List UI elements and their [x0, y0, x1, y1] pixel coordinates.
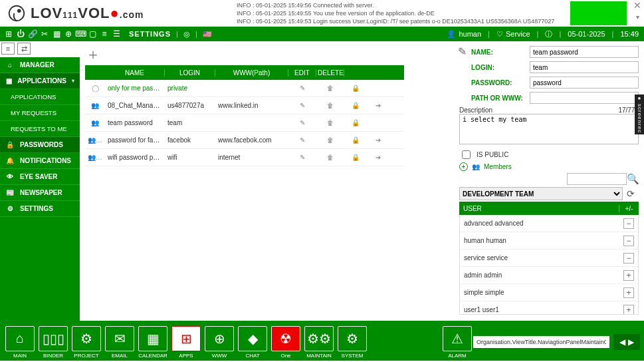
screenrec-tab[interactable]: ●screenrec — [635, 94, 644, 134]
bottom-item-www[interactable]: ⊕WWW — [203, 326, 235, 359]
row-lock-icon[interactable]: 🔒 — [344, 85, 367, 92]
table-row[interactable]: 👥08_Chat_Managementus4877027awww.linked.… — [85, 97, 404, 114]
row-lock-icon[interactable]: 🔒 — [344, 136, 367, 144]
tb-target-icon[interactable]: ◎ — [183, 30, 190, 39]
tb-calendar-icon[interactable]: ▦ — [51, 28, 62, 40]
user-badge[interactable]: 👤 human — [447, 30, 481, 39]
row-lock-icon[interactable]: 🔒 — [344, 102, 367, 109]
tb-www-icon[interactable]: ⊕ — [62, 28, 74, 40]
user-toggle-button[interactable]: + — [623, 270, 634, 281]
row-open-icon[interactable]: ➔ — [367, 154, 389, 161]
user-toggle-button[interactable]: + — [623, 287, 634, 298]
user-toggle-button[interactable]: + — [623, 305, 634, 315]
add-member-icon[interactable]: + — [459, 162, 468, 171]
sidebar-item[interactable]: 🔔NOTIFICATIONS — [0, 153, 80, 169]
tb-monitor-icon[interactable]: ▢ — [86, 28, 98, 40]
bottom-item-calendar[interactable]: ▦CALENDAR — [137, 326, 169, 359]
close-icon[interactable]: ✕▾ — [631, 0, 644, 27]
row-delete-icon[interactable]: 🗑 — [316, 136, 344, 144]
bottom-item-project[interactable]: ⚙PROJECT — [70, 326, 102, 359]
input-password[interactable] — [530, 77, 639, 89]
row-delete-icon[interactable]: 🗑 — [316, 102, 344, 109]
input-description[interactable]: i select my team — [459, 114, 639, 144]
col-edit[interactable]: EDIT — [288, 69, 316, 77]
tb-cut-icon[interactable]: ✂ — [39, 28, 51, 40]
tb-power-icon[interactable]: ⏻ — [15, 28, 27, 40]
bottom-item-maintain[interactable]: ⚙⚙MAINTAIN — [303, 326, 335, 359]
bottom-item-main[interactable]: ⌂MAIN — [4, 326, 36, 359]
bottom-item-icon: ⚙⚙ — [304, 326, 334, 351]
bottom-item-label: PROJECT — [74, 353, 98, 359]
bottom-item-binder[interactable]: ▯▯▯BINDER — [37, 326, 69, 359]
tb-chat-icon[interactable]: ⌨ — [74, 28, 86, 40]
info-icon[interactable]: ⓘ — [545, 29, 552, 39]
row-lock-icon[interactable]: 🔒 — [344, 119, 367, 126]
row-edit-icon[interactable]: ✎ — [288, 102, 316, 109]
sidebar-item[interactable]: 📰NEWSPAPER — [0, 185, 80, 201]
sidebar-item-icon: 📰 — [5, 189, 15, 196]
row-edit-icon[interactable]: ✎ — [288, 136, 316, 144]
tb-flag-icon[interactable]: 🇺🇸 — [203, 30, 212, 39]
tb-doc-icon[interactable]: ≡ — [98, 28, 110, 40]
members-search-input[interactable] — [567, 173, 627, 185]
bottom-alarm[interactable]: ⚠ ALARM — [441, 326, 473, 359]
row-open-icon[interactable]: ➔ — [367, 102, 389, 109]
sidebar-toggle-swap[interactable]: ⇄ — [17, 43, 31, 55]
edit-panel-icon[interactable]: ✎ — [458, 45, 467, 58]
bottom-item-one[interactable]: ☢One — [270, 326, 302, 359]
settings-label[interactable]: SETTINGS — [129, 30, 171, 38]
row-delete-icon[interactable]: 🗑 — [316, 154, 344, 161]
nav-arrows[interactable]: ◀ ▶ — [613, 334, 640, 350]
tb-grid-icon[interactable]: ⊞ — [3, 28, 15, 40]
members-search-icon[interactable]: 🔍 — [627, 173, 639, 185]
input-name[interactable] — [530, 46, 639, 58]
row-open-icon[interactable]: ➔ — [367, 136, 389, 144]
bottom-item-system[interactable]: ⚙SYSTEM — [336, 326, 368, 359]
table-row[interactable]: 👥 👁wifi password publicwifiinternet✎🗑🔒➔ — [85, 149, 404, 166]
sidebar-item[interactable]: 👁EYE SAVER — [0, 169, 80, 185]
tb-link-icon[interactable]: 🔗 — [27, 28, 39, 40]
row-edit-icon[interactable]: ✎ — [288, 85, 316, 92]
row-edit-icon[interactable]: ✎ — [288, 119, 316, 126]
sidebar-sub-item[interactable]: MY REQUESTS — [0, 105, 80, 121]
col-www[interactable]: WWW(Path) — [215, 69, 288, 77]
sidebar-item[interactable]: ▦APPLICATIONS▾ — [0, 73, 80, 89]
service-badge[interactable]: ♡ Service — [496, 30, 530, 39]
checkbox-public[interactable] — [462, 150, 471, 159]
row-lock-icon[interactable]: 🔒 — [344, 154, 367, 161]
user-toggle-button[interactable]: − — [623, 253, 634, 264]
sidebar-item-label: MANAGER — [20, 61, 54, 69]
bottom-item-icon: ◆ — [238, 326, 267, 351]
row-edit-icon[interactable]: ✎ — [288, 154, 316, 161]
sidebar-item[interactable]: ⌂MANAGER — [0, 57, 80, 73]
tb-list-icon[interactable]: ☰ — [110, 28, 122, 40]
user-row: advanced advanced− — [460, 215, 638, 232]
table-row[interactable]: 👥team passwordteam✎🗑🔒 — [85, 114, 404, 132]
row-delete-icon[interactable]: 🗑 — [316, 85, 344, 92]
user-list[interactable]: advanced advanced−human human−service se… — [459, 215, 639, 315]
sidebar-item[interactable]: 🔒PASSWORDS — [0, 137, 80, 153]
input-login[interactable] — [530, 61, 639, 73]
bottom-item-apps[interactable]: ⊞APPS — [170, 326, 202, 359]
input-path[interactable] — [530, 92, 639, 104]
status-input[interactable] — [473, 336, 609, 348]
sidebar-item[interactable]: ⚙SETTINGS — [0, 201, 80, 217]
bottom-item-chat[interactable]: ◆CHAT — [237, 326, 268, 359]
sidebar-sub-item[interactable]: REQUESTS TO ME — [0, 121, 80, 137]
add-button[interactable]: ＋ — [85, 47, 101, 63]
sidebar-sub-item[interactable]: APPLICATIONS — [0, 89, 80, 105]
col-name[interactable]: NAME — [105, 69, 165, 77]
col-delete[interactable]: DELETE — [316, 69, 344, 77]
user-toggle-button[interactable]: − — [623, 218, 634, 229]
row-delete-icon[interactable]: 🗑 — [316, 119, 344, 126]
table-row[interactable]: 👥 👁password for facebookfacebokwww.faceb… — [85, 132, 404, 149]
sidebar-item-icon: 👁 — [5, 173, 15, 180]
refresh-icon[interactable]: ⟳ — [627, 188, 639, 199]
team-select[interactable]: DEVELOPMENT TEAM — [459, 187, 623, 200]
table-row[interactable]: ◯only for me passwordprivate✎🗑🔒 — [85, 80, 404, 97]
sidebar-item-label: SETTINGS — [20, 205, 53, 212]
bottom-item-email[interactable]: ✉EMAIL — [104, 326, 136, 359]
user-toggle-button[interactable]: − — [623, 236, 634, 246]
sidebar-toggle-menu[interactable]: ≡ — [1, 43, 15, 55]
col-login[interactable]: LOGIN — [165, 69, 215, 77]
